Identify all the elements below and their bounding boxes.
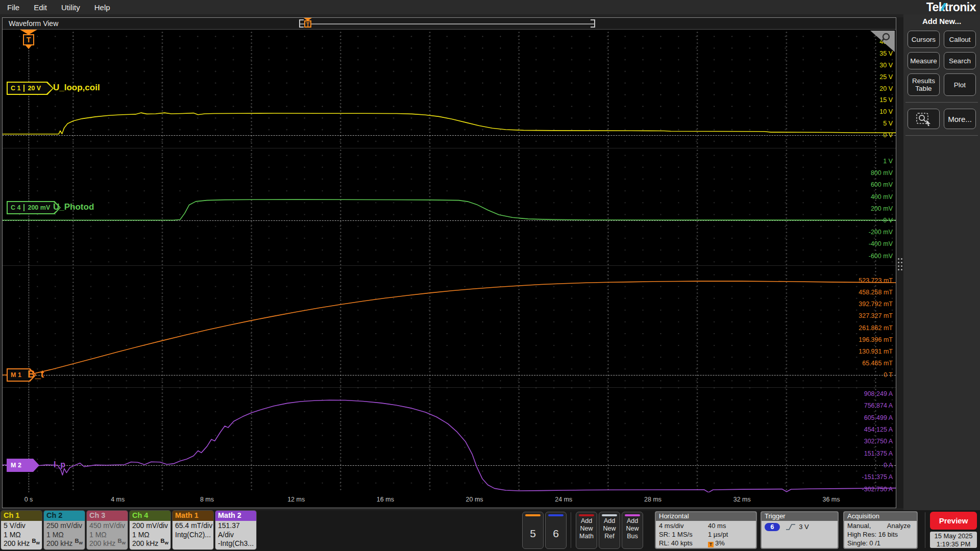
channel-settings-body: 151.37 A/div-Intg(Ch3... (215, 521, 256, 549)
axis-label-m1: 327.327 mT (859, 312, 893, 319)
bandwidth-badge: BW (117, 537, 126, 548)
sidebar-button-plot[interactable]: Plot (944, 73, 976, 96)
slot-button-5[interactable]: 5 (522, 512, 544, 549)
channel-settings-math2[interactable]: Math 2151.37 A/div-Intg(Ch3... (215, 511, 256, 549)
axis-label-c4: -400 mV (869, 240, 893, 247)
channel-settings-header: Math 1 (173, 511, 213, 521)
horizontal-col1: RL: 40 kpts (659, 539, 708, 547)
horizontal-panel[interactable]: Horizontal 4 ms/div40 msSR: 1 MS/s1 µs/p… (655, 511, 757, 549)
axis-label-c4: 200 mV (871, 205, 893, 212)
time-label: 1:19:35 PM (930, 540, 977, 548)
channel-badge-c1[interactable]: C 120 V (7, 82, 54, 95)
channel-settings-header: Math 2 (215, 511, 256, 521)
axis-label-m2: 454.125 A (864, 426, 893, 433)
axis-label-c1: 0 V (883, 132, 893, 139)
badge-cell: C 4 (8, 204, 23, 211)
menu-item-utility[interactable]: Utility (54, 3, 87, 12)
add-button-add-new-math[interactable]: Add New Math (576, 512, 597, 549)
channel-settings-math1[interactable]: Math 165.4 mT/divIntg(Ch2)... (173, 511, 213, 549)
horizontal-position-slider[interactable]: T (299, 19, 595, 28)
channel-settings-body: 200 mV/div1 MΩ200 kHzBW (130, 521, 170, 549)
add-button-add-new-ref[interactable]: Add New Ref (599, 512, 620, 549)
sidebar-button-search[interactable]: Search (944, 52, 976, 69)
axis-label-m2: 756.874 A (864, 402, 893, 409)
zoom-select-button[interactable] (908, 109, 940, 129)
x-tick-label: 0 s (24, 496, 33, 503)
axis-label-m1: 261.862 mT (859, 324, 893, 332)
acquisition-panel[interactable]: Acquisition Manual, Analyze High Res: 16… (843, 511, 918, 549)
add-button-add-new-bus[interactable]: Add New Bus (622, 512, 643, 549)
x-tick-label: 36 ms (822, 496, 840, 503)
slider-track (300, 23, 594, 24)
channel-settings-header: Ch 4 (130, 511, 170, 521)
waveform-grid[interactable]: 40 V35 V30 V25 V20 V15 V10 V5 V0 V1 V800… (3, 30, 896, 492)
axis-label-m1: 523.723 mT (859, 277, 893, 284)
trigger-flag-icon: T (708, 542, 714, 547)
sidebar-buttons: CursorsCalloutMeasureSearchResults Table… (903, 26, 980, 102)
slider-left-bracket[interactable] (299, 19, 304, 28)
horizontal-panel-body: 4 ms/div40 msSR: 1 MS/s1 µs/ptRL: 40 kpt… (656, 521, 756, 547)
axis-label-m2: -151.375 A (862, 473, 893, 481)
axis-label-m2: -302.750 A (862, 486, 893, 492)
trigger-panel[interactable]: Trigger 6 3 V (761, 511, 839, 549)
logo-text: Tektronix (926, 1, 976, 14)
x-tick-label: 32 ms (733, 496, 751, 503)
sidebar-button-callout[interactable]: Callout (944, 31, 976, 48)
datetime-display: 15 May 2025 1:19:35 PM (930, 532, 977, 548)
trigger-t-icon: T (23, 34, 34, 45)
axis-label-c4: 0 V (883, 217, 893, 224)
menu-item-edit[interactable]: Edit (27, 3, 54, 12)
trace-label-m1: B_t (28, 368, 44, 380)
axis-label-c1: 35 V (879, 50, 893, 57)
horizontal-col1: SR: 1 MS/s (659, 530, 708, 539)
badge-cell: C 1 (8, 85, 23, 92)
horizontal-col2: T3% (708, 539, 725, 547)
slider-trigger-icon[interactable]: T (304, 20, 311, 28)
channel-badge-m2[interactable]: M 2 (7, 459, 39, 472)
splitter-drag-handle[interactable] (898, 258, 902, 270)
waveform-view-title: Waveform View (9, 19, 58, 28)
axis-label-c4: -200 mV (869, 229, 893, 236)
badge-cells: C 4200 mV (8, 202, 54, 213)
axis-label-m2: 151.375 A (864, 450, 893, 457)
add-stripe (579, 514, 594, 516)
menu-item-help[interactable]: Help (87, 3, 117, 12)
axis-label-m1: 196.396 mT (859, 336, 893, 343)
menu-item-file[interactable]: File (0, 3, 27, 12)
preview-button[interactable]: Preview (930, 512, 977, 530)
add-stripe (602, 514, 617, 516)
axis-label-c1: 20 V (879, 85, 893, 92)
channel-settings-ch2[interactable]: Ch 2250 mV/div1 MΩ200 kHzBW (44, 511, 85, 549)
acquisition-panel-title: Acquisition (844, 512, 917, 521)
more-button[interactable]: More... (944, 109, 976, 129)
x-tick-label: 4 ms (111, 496, 125, 503)
trace-label-m2: I_p (54, 460, 65, 469)
waveform-traces (3, 30, 896, 492)
sidebar-button-cursors[interactable]: Cursors (908, 31, 940, 48)
slot-button-6[interactable]: 6 (545, 512, 567, 549)
horizontal-panel-title: Horizontal (656, 512, 756, 521)
slider-right-bracket[interactable] (591, 19, 595, 28)
axis-label-c4: 400 mV (871, 193, 893, 201)
channel-settings-body: 65.4 mT/divIntg(Ch2)... (173, 521, 213, 549)
x-tick-label: 16 ms (377, 496, 394, 503)
axis-label-c1: 10 V (879, 108, 893, 115)
trace-label-c4: U_Photod (53, 202, 94, 212)
channel-setting-row: 450 mV/div (89, 521, 128, 531)
sidebar-button-results-table[interactable]: Results Table (908, 73, 940, 96)
channel-settings-ch3[interactable]: Ch 3450 mV/div1 MΩ200 kHzBW (87, 511, 128, 549)
axis-label-m1: 65.465 mT (862, 360, 893, 367)
channel-setting-row: 151.37 A/div (218, 521, 256, 539)
add-stripe (625, 514, 640, 516)
channel-settings-ch4[interactable]: Ch 4200 mV/div1 MΩ200 kHzBW (130, 511, 170, 549)
axis-label-c1: 25 V (879, 73, 893, 81)
sidebar-button-measure[interactable]: Measure (908, 52, 940, 69)
badge-cells: C 120 V (8, 83, 46, 94)
trace-m2 (3, 400, 896, 492)
trigger-panel-title: Trigger (762, 512, 838, 521)
settings-bar: Ch 15 V/div1 MΩ200 kHzBWCh 2250 mV/div1 … (0, 510, 980, 551)
sidebar: Add New... CursorsCalloutMeasureSearchRe… (903, 14, 980, 510)
channel-settings-ch1[interactable]: Ch 15 V/div1 MΩ200 kHzBW (1, 511, 42, 549)
axis-label-c1: 30 V (879, 62, 893, 69)
slot-stripe (548, 514, 564, 516)
